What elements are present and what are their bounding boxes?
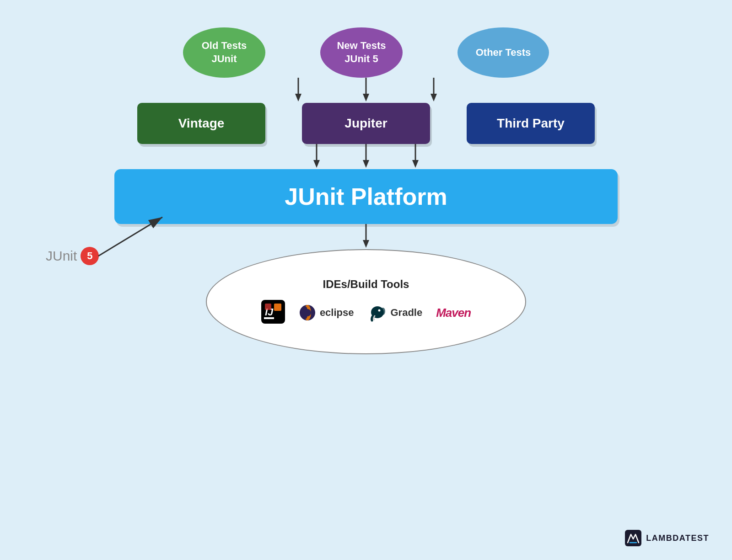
arrow-thirdparty-platform xyxy=(409,144,422,169)
ides-logos-row: IJ eclipse xyxy=(261,300,471,325)
svg-point-24 xyxy=(378,309,381,312)
top-arrows-row xyxy=(292,78,440,103)
other-tests-ellipse: Other Tests xyxy=(458,27,549,78)
svg-marker-9 xyxy=(363,160,369,168)
arrow-platform-ides xyxy=(360,224,372,249)
vintage-box: Vintage xyxy=(137,103,265,144)
lambdatest-text: LAMBDATEST xyxy=(646,533,709,543)
arrow-other-thirdparty xyxy=(427,78,440,103)
third-party-box: Third Party xyxy=(467,103,595,144)
ides-oval: IDEs/Build Tools IJ xyxy=(206,249,526,354)
mid-boxes-row: Vintage Jupiter Third Party xyxy=(137,103,595,144)
svg-marker-7 xyxy=(313,160,320,168)
old-tests-ellipse: Old Tests JUnit xyxy=(183,27,265,78)
maven-text: Maven xyxy=(436,306,471,320)
junit5-text: JUnit xyxy=(46,248,77,264)
arrow-new-jupiter xyxy=(360,78,372,103)
svg-marker-1 xyxy=(295,94,301,101)
svg-rect-18 xyxy=(265,304,271,310)
jupiter-box: Jupiter xyxy=(302,103,430,144)
lambdatest-branding: LAMBDATEST xyxy=(625,530,709,546)
junit5-label: JUnit 5 xyxy=(46,247,99,265)
svg-marker-5 xyxy=(431,94,437,101)
eclipse-label: eclipse xyxy=(320,307,354,319)
top-ellipses-row: Old Tests JUnit New Tests JUnit 5 Other … xyxy=(183,27,549,78)
gradle-logo: Gradle xyxy=(367,303,422,322)
arrow-vintage-platform xyxy=(310,144,323,169)
ides-title: IDEs/Build Tools xyxy=(323,278,409,291)
new-tests-ellipse: New Tests JUnit 5 xyxy=(320,27,403,78)
lambdatest-icon xyxy=(625,530,641,546)
svg-rect-17 xyxy=(274,304,281,311)
svg-marker-11 xyxy=(412,160,419,168)
diagram-container: Old Tests JUnit New Tests JUnit 5 Other … xyxy=(0,0,732,560)
svg-point-22 xyxy=(302,306,308,319)
maven-logo: Maven xyxy=(436,306,471,320)
arrow-jupiter-platform xyxy=(360,144,372,169)
junit-platform-bar: JUnit Platform xyxy=(114,169,618,224)
svg-marker-3 xyxy=(363,94,369,101)
svg-marker-13 xyxy=(363,240,369,248)
eclipse-logo: eclipse xyxy=(299,304,354,321)
arrow-old-vintage xyxy=(292,78,305,103)
gradle-label: Gradle xyxy=(390,307,422,319)
svg-point-25 xyxy=(381,308,385,315)
platform-section: JUnit Platform xyxy=(0,144,732,224)
intellij-logo: IJ xyxy=(261,300,285,325)
platform-arrows-row xyxy=(160,144,572,169)
junit5-badge: 5 xyxy=(81,247,99,265)
